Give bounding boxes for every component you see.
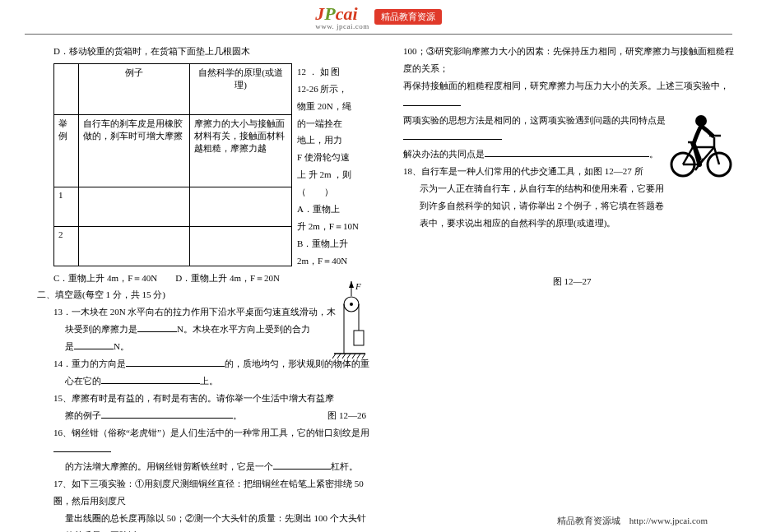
- q15b: 擦的例子: [65, 410, 101, 420]
- option-d: D．移动较重的货箱时，在货箱下面垫上几根圆木: [37, 43, 374, 60]
- cell-r2a: 2: [54, 226, 79, 266]
- q16c: 杠杆。: [331, 461, 358, 471]
- cell-r0a: 举例: [54, 115, 79, 187]
- q14-line2: 心在它的上。: [37, 372, 374, 390]
- svg-line-9: [332, 354, 336, 359]
- blank-r4: [485, 147, 649, 157]
- blank-q13-2: [74, 340, 114, 349]
- blank-q13-1: [137, 322, 177, 332]
- s5: 地上，用力: [297, 132, 371, 149]
- cell-r1b: [79, 187, 190, 226]
- blank-q16-2: [273, 460, 331, 470]
- svg-text:F: F: [355, 281, 361, 291]
- logo-letter-cai: cai: [336, 3, 358, 24]
- s3: 物重 20N，绳: [297, 98, 371, 115]
- svg-rect-7: [354, 331, 364, 345]
- blank-r3: [403, 130, 502, 140]
- q14c: 心在它的: [65, 376, 101, 386]
- s11: B．重物上升: [297, 235, 371, 252]
- q16b: 的方法增大摩擦的。用钢丝钳剪断铁丝时，它是一个: [65, 461, 273, 471]
- blank-q14-2: [101, 374, 200, 384]
- logo-letter-j: J: [315, 3, 324, 24]
- svg-marker-1: [349, 281, 354, 288]
- blank-q14-1: [126, 357, 225, 367]
- table-side-wrap: 例子 自然科学的原理(或道理) 举例 自行车的刹车皮是用橡胶做的，刹车时可增大摩…: [37, 60, 374, 270]
- q15-line2: 擦的例子。 图 12—26: [37, 407, 374, 424]
- q14d: 上。: [200, 376, 218, 386]
- q16-line1: 16、钢丝钳（俗称“老虎钳”）是人们生活中的一种常用工具，它的钳口刻纹是用: [37, 424, 374, 459]
- q13-line3: 是N。: [37, 338, 374, 355]
- s2: 12-26 所示，: [297, 81, 371, 98]
- s4: 的一端拴在: [297, 115, 371, 132]
- fig-12-26-caption: 图 12—26: [327, 407, 366, 424]
- cell-r0c: 摩擦力的大小与接触面材料有关，接触面材料越粗糙，摩擦力越: [190, 115, 292, 187]
- logo-text: JPcai: [315, 3, 357, 24]
- cell-r2b: [79, 226, 190, 266]
- fig-12-27-caption: 图 12—27: [403, 273, 741, 290]
- q18-line3: 到许多自然科学的知识，请你举出 2 个例子，将它填在答题卷: [403, 197, 741, 215]
- q18-line2: 示为一人正在骑自行车，从自行车的结构和使用来看，它要用: [403, 180, 741, 197]
- s10: 升 2m，F＝10N: [297, 218, 371, 235]
- cell-r0b: 自行车的刹车皮是用橡胶做的，刹车时可增大摩擦: [79, 115, 190, 187]
- q13c: N。木块在水平方向上受到的合力: [177, 324, 310, 334]
- q16a: 16、钢丝钳（俗称“老虎钳”）是人们生活中的一种常用工具，它的钳口刻纹是用: [53, 428, 369, 437]
- header-badge: 精品教育资源: [374, 9, 442, 25]
- blank-q16-1: [53, 442, 111, 452]
- q18-line4: 表中，要求说出相应的自然科学的原理(或道理)。: [403, 215, 741, 232]
- left-column: D．移动较重的货箱时，在货箱下面垫上几根圆木 例子 自然科学的原理(或道理) 举…: [37, 43, 374, 532]
- pulley-icon: F: [329, 280, 370, 370]
- q13-line2: 块受到的摩擦力是N。木块在水平方向上受到的合力: [37, 321, 374, 338]
- q17-line1: 17、如下三项实验：①用刻度尺测细铜丝直径：把细铜丝在铅笔上紧密排绕 50 圈，…: [37, 475, 374, 510]
- page-body: D．移动较重的货箱时，在货箱下面垫上几根圆木 例子 自然科学的原理(或道理) 举…: [0, 35, 757, 532]
- blank-r2: [403, 96, 461, 106]
- q14-line1: 14．重力的方向是的，质地均匀，形状规则的物体的重: [37, 355, 374, 372]
- q13-line1: 13．一木块在 20N 水平向右的拉力作用下沿水平桌面匀速直线滑动，木: [37, 303, 374, 321]
- cell-r1a: 1: [54, 187, 79, 226]
- r4: 解决办法的共同点是: [403, 149, 485, 159]
- s6: F 使滑轮匀速: [297, 149, 371, 166]
- svg-line-22: [714, 147, 719, 164]
- th-example: 例子: [79, 63, 190, 114]
- s12: 2m，F＝40N: [297, 252, 371, 270]
- s7: 上 升 2m ，则: [297, 166, 371, 183]
- page-footer: 精品教育资源城 http://www.jpcai.com: [557, 515, 708, 527]
- th-principle: 自然科学的原理(或道理): [190, 63, 292, 114]
- svg-line-11: [342, 354, 346, 359]
- q17-cont-2: 再保持接触面的粗糙程度相同，研究摩擦力与压力大小的关系。上述三项实验中，: [403, 77, 741, 112]
- logo-block: JPcai www. jpcai.com: [315, 3, 369, 30]
- q12-side-text: 12 ． 如 图 12-26 所示， 物重 20N，绳 的一端拴在 地上，用力 …: [297, 60, 371, 270]
- figure-pulley: F: [329, 280, 370, 372]
- q13e: N。: [114, 341, 129, 351]
- example-table: 例子 自然科学的原理(或道理) 举例 自行车的刹车皮是用橡胶做的，刹车时可增大摩…: [53, 63, 292, 266]
- figure-bicycle: [666, 111, 736, 183]
- q17-cont-1: 100；③研究影响摩擦力大小的因素：先保持压力相同，研究摩擦力与接触面粗糙程度的…: [403, 43, 741, 77]
- cell-r1c: [190, 187, 292, 226]
- r3: 两项实验的思想方法是相同的，这两项实验遇到问题的共同特点是: [403, 115, 666, 125]
- q14a: 14．重力的方向是: [53, 359, 126, 368]
- s1: 12 ． 如 图: [297, 63, 371, 81]
- section-2-heading: 二、填空题(每空 1 分，共 15 分): [37, 286, 374, 303]
- svg-line-12: [347, 354, 351, 359]
- logo-letter-p: P: [324, 3, 335, 24]
- s9: A．重物上: [297, 201, 371, 218]
- q13d: 是: [65, 341, 74, 351]
- q16-line2: 的方法增大摩擦的。用钢丝钳剪断铁丝时，它是一个杠杆。: [37, 458, 374, 475]
- bicycle-icon: [666, 111, 736, 181]
- q13b: 块受到的摩擦力是: [65, 324, 137, 334]
- page-header: JPcai www. jpcai.com 精品教育资源: [0, 0, 757, 32]
- logo-url: www. jpcai.com: [315, 22, 369, 30]
- th-blank: [54, 63, 79, 114]
- blank-q15: [101, 409, 233, 419]
- q15-line1: 15、摩擦有时是有益的，有时是有害的。请你举一个生活中增大有益摩: [37, 390, 374, 407]
- svg-line-14: [357, 354, 360, 359]
- svg-line-10: [337, 354, 341, 359]
- r2: 再保持接触面的粗糙程度相同，研究摩擦力与压力大小的关系。上述三项实验中，: [403, 81, 729, 90]
- s8: （ ）: [297, 183, 371, 201]
- svg-point-4: [350, 303, 353, 306]
- cell-r2c: [190, 226, 292, 266]
- svg-line-15: [362, 354, 365, 359]
- q17-line2: 量出线圈的总长度再除以 50；②测一个大头针的质量：先测出 100 个大头针的总…: [37, 510, 374, 532]
- q12-options-cd: C．重物上升 4m，F＝40N D．重物上升 4m，F＝20N: [37, 270, 374, 287]
- svg-line-13: [352, 354, 355, 359]
